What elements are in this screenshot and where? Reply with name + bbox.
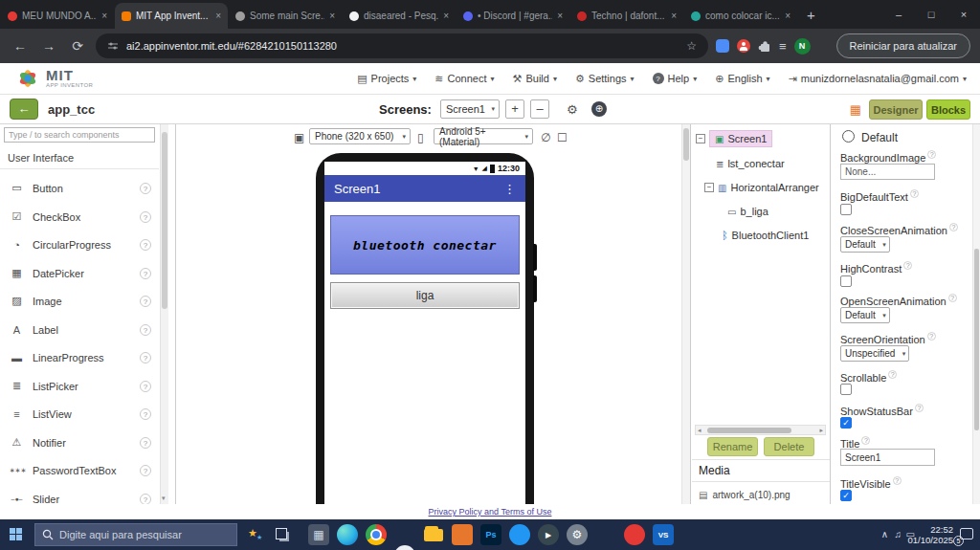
palette-item-label[interactable]: A Label ?: [0, 316, 159, 343]
palette-item-listpicker[interactable]: ≣ ListPicker ?: [0, 372, 159, 400]
background-color-value[interactable]: Default: [861, 131, 898, 144]
screen-settings-icon[interactable]: ⚙: [567, 102, 578, 117]
help-icon[interactable]: ?: [140, 324, 151, 336]
publish-globe-icon[interactable]: ⊕: [591, 101, 607, 117]
palette-item-image[interactable]: ▨ Image ?: [0, 287, 159, 315]
tune-icon[interactable]: [107, 40, 119, 52]
profile-avatar[interactable]: N: [794, 38, 811, 55]
extension-profile-icon[interactable]: [737, 39, 750, 53]
back-icon[interactable]: ←: [10, 38, 31, 54]
tab-close-icon[interactable]: ×: [557, 11, 563, 21]
browser-tab[interactable]: Techno | dafont... ×: [570, 3, 683, 29]
tree-item-screen1[interactable]: − ▣ Screen1: [692, 128, 828, 149]
tab-close-icon[interactable]: ×: [785, 11, 791, 21]
collapse-icon[interactable]: −: [696, 134, 705, 143]
mit-appinventor-logo[interactable]: MIT APP INVENTOR: [0, 66, 93, 91]
bigdefaulttext-checkbox[interactable]: [840, 204, 852, 215]
palette-scrollbar[interactable]: ▾: [160, 124, 168, 504]
help-icon[interactable]: ?: [140, 494, 151, 505]
collapse-icon[interactable]: −: [704, 183, 714, 192]
widgets-sparkle-icon[interactable]: ★: [256, 534, 262, 541]
forward-icon[interactable]: →: [38, 38, 59, 54]
tree-item-bluetoothclient1[interactable]: ᛒ BluetoothClient1: [692, 225, 828, 246]
taskbar-app-icon[interactable]: [452, 524, 473, 545]
android-theme-selector[interactable]: Android 5+ (Material) ▾: [434, 128, 533, 144]
liga-button[interactable]: liga: [330, 282, 520, 309]
screen-selector[interactable]: Screen1 ▾: [440, 99, 500, 119]
scroll-down-icon[interactable]: ▾: [162, 495, 166, 502]
help-icon[interactable]: ?: [140, 268, 151, 279]
tree-item-horizontalarranger[interactable]: − ▥ HorizontalArranger: [692, 177, 828, 198]
taskbar-app-icon-media[interactable]: ▶: [538, 524, 559, 545]
designer-view-button[interactable]: Designer: [869, 99, 923, 120]
media-file-item[interactable]: ▤ artwork_a(10).png: [699, 490, 825, 500]
rotate-phone-icon[interactable]: ▯: [417, 131, 424, 144]
palette-item-listview[interactable]: ≡ ListView ?: [0, 400, 159, 428]
show-hidden-checkbox[interactable]: ☐: [557, 131, 568, 144]
bluetooth-connect-listpicker[interactable]: bluetooth conectar: [330, 215, 520, 275]
menu-language[interactable]: ⊕ English ▾: [715, 73, 769, 85]
scroll-left-icon[interactable]: ◂: [698, 427, 702, 434]
back-to-projects-button[interactable]: ←: [10, 99, 38, 120]
minimize-button[interactable]: –: [882, 0, 915, 29]
showstatusbar-checkbox[interactable]: ✓: [840, 417, 852, 429]
closescreenanimation-dropdown[interactable]: Default ▾: [840, 236, 890, 253]
taskbar-app-icon[interactable]: [394, 545, 415, 550]
menu-account[interactable]: ⇥ munizdornelasnatalia@gmail.com ▾: [789, 73, 967, 85]
tab-close-icon[interactable]: ×: [329, 11, 335, 21]
tab-close-icon[interactable]: ×: [101, 11, 107, 21]
reload-icon[interactable]: ⟳: [67, 38, 88, 54]
toggle-panels-icon[interactable]: ▦: [850, 102, 861, 117]
titlevisible-checkbox[interactable]: ✓: [840, 490, 852, 501]
rename-button[interactable]: Rename: [707, 437, 758, 456]
browser-tab[interactable]: disaeared - Pesq... ×: [343, 3, 456, 29]
taskbar-app-icon-vscode[interactable]: VS: [653, 524, 674, 545]
bookmark-star-icon[interactable]: ☆: [686, 39, 697, 53]
delete-button[interactable]: Delete: [764, 437, 814, 456]
palette-search-input[interactable]: [4, 127, 155, 143]
backgroundimage-value[interactable]: None...: [840, 164, 935, 180]
tab-close-icon[interactable]: ×: [215, 11, 221, 21]
viewer-scrollbar[interactable]: [681, 124, 690, 504]
menu-build[interactable]: ⚒ Build ▾: [513, 73, 557, 85]
menu-projects[interactable]: ▤ Projects ▾: [357, 73, 416, 85]
new-tab-button[interactable]: +: [807, 7, 815, 23]
components-hscrollbar[interactable]: ◂ ▸: [695, 425, 826, 435]
tray-chevron-up-icon[interactable]: ∧: [881, 529, 888, 539]
tree-item-lst-conectar[interactable]: ≣ lst_conectar: [692, 153, 828, 174]
help-icon[interactable]: ?: [140, 381, 151, 392]
scrollbar-thumb[interactable]: [974, 249, 979, 430]
scrollable-checkbox[interactable]: [840, 384, 852, 395]
menu-help[interactable]: ? Help ▾: [653, 73, 698, 84]
privacy-terms-link[interactable]: Privacy Policy and Terms of Use: [429, 507, 552, 517]
background-color-swatch[interactable]: [842, 130, 855, 143]
browser-tab-active[interactable]: MIT App Invent... ×: [115, 3, 228, 29]
palette-item-circularprogress[interactable]: ◔ CircularProgress ?: [0, 231, 159, 258]
palette-item-passwordtextbox[interactable]: ∗∗∗ PasswordTextBox ?: [0, 456, 159, 484]
help-icon[interactable]: ?: [140, 408, 151, 420]
title-input[interactable]: [840, 449, 935, 466]
taskbar-app-icon[interactable]: [624, 524, 645, 545]
taskbar-app-icon-grid[interactable]: ▦: [308, 524, 329, 545]
extensions-puzzle-icon[interactable]: [758, 39, 771, 53]
help-icon[interactable]: ?: [140, 296, 151, 307]
taskbar-search-input[interactable]: [59, 529, 222, 540]
menu-settings[interactable]: ⚙ Settings ▾: [575, 73, 635, 85]
restart-update-button[interactable]: Reiniciar para atualizar: [836, 33, 971, 58]
openscreenanimation-dropdown[interactable]: Default ▾: [840, 307, 890, 323]
taskbar-app-icon-chrome[interactable]: [366, 524, 387, 545]
tab-close-icon[interactable]: ×: [671, 11, 677, 21]
taskbar-app-icon[interactable]: [509, 524, 530, 545]
palette-item-checkbox[interactable]: ☑ CheckBox ?: [0, 203, 159, 231]
extension-icon[interactable]: [716, 39, 729, 53]
tab-close-icon[interactable]: ×: [443, 11, 449, 21]
taskbar-app-icon-settings[interactable]: ⚙: [567, 524, 588, 545]
taskbar-app-icon-edge[interactable]: [337, 524, 358, 545]
palette-item-slider[interactable]: –●– Slider ?: [0, 485, 159, 504]
palette-item-datepicker[interactable]: ▦ DatePicker ?: [0, 259, 159, 287]
menu-connect[interactable]: ≋ Connect ▾: [434, 73, 494, 85]
properties-scrollbar[interactable]: [972, 124, 980, 504]
help-icon[interactable]: ?: [140, 183, 151, 194]
task-view-icon[interactable]: [276, 528, 287, 539]
highcontrast-checkbox[interactable]: [840, 275, 852, 287]
